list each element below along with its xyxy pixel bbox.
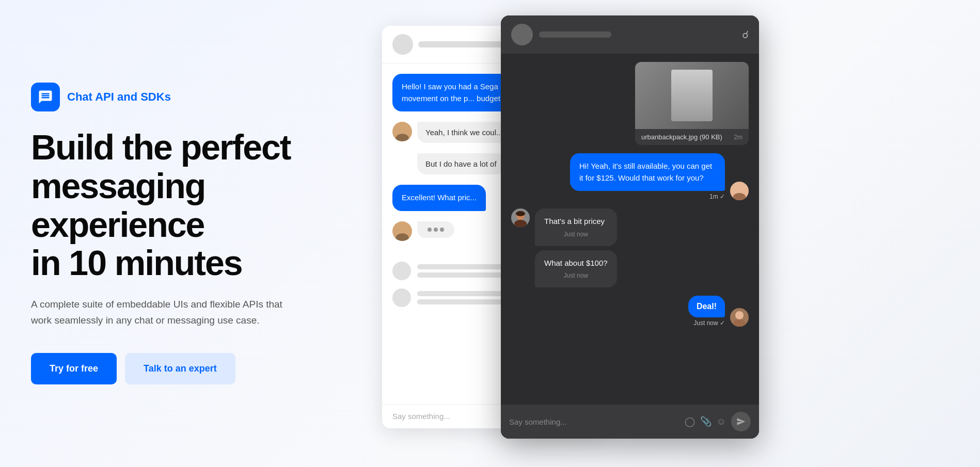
placeholder-circle-1 <box>392 262 411 280</box>
light-avatar-2 <box>392 221 412 241</box>
dark-input-bar[interactable]: Say something... ◯ 📎 ☺ <box>501 405 759 439</box>
send-icon <box>736 417 746 426</box>
dark-messages: urbanbackpack.jpg (90 KB) 2m Hi! Yeah, i… <box>501 54 759 415</box>
light-avatar-1 <box>392 122 412 141</box>
dark-left-bubbles: That's a bit pricey Just now What about … <box>535 208 617 287</box>
dark-avatar-sender <box>730 182 749 200</box>
dark-bubble-right-content: Hi! Yeah, it's still available, you can … <box>570 153 725 200</box>
dark-deal-time: Just now ✓ <box>688 319 725 327</box>
light-header-avatar <box>392 34 413 55</box>
light-message-2: Yeah, I think we coul... <box>417 122 511 143</box>
dark-message-time-right: 1m ✓ <box>570 193 725 200</box>
dark-attachment-meta: urbanbackpack.jpg (90 KB) 2m <box>635 129 749 145</box>
svg-point-4 <box>735 185 744 193</box>
dark-input-icons: ◯ 📎 ☺ <box>685 416 726 427</box>
emoji-icon[interactable]: ☺ <box>717 416 726 427</box>
dark-header-name-bar <box>539 31 611 38</box>
dark-deal-content: Deal! Just now ✓ <box>688 296 725 327</box>
dark-avatar-woman <box>511 208 530 227</box>
dark-header-avatar <box>511 24 533 45</box>
dot-3 <box>440 228 444 232</box>
cta-buttons: Try for free Talk to an expert <box>31 353 351 384</box>
dot-2 <box>434 228 438 232</box>
dark-bubble-deal: Deal! <box>688 296 725 317</box>
light-message-3: But I do have a lot of <box>417 153 505 174</box>
brand-icon <box>31 83 60 111</box>
svg-point-10 <box>733 319 746 327</box>
left-content: Chat API and SDKs Build the perfect mess… <box>31 83 351 384</box>
dark-bubble-blue: Hi! Yeah, it's still available, you can … <box>570 153 725 191</box>
chat-panel-dark: ☌ urbanbackpack.jpg (90 KB) 2m <box>501 15 759 439</box>
attachment-icon[interactable]: 📎 <box>700 416 712 427</box>
send-button[interactable] <box>731 412 751 431</box>
svg-point-3 <box>396 233 408 241</box>
dark-time-100: Just now <box>544 271 608 280</box>
dark-message-left-1: That's a bit pricey Just now What about … <box>511 208 749 287</box>
dark-search-icon[interactable]: ☌ <box>742 28 749 41</box>
hero-subtitle: A complete suite of embeddable UIs and f… <box>31 297 299 328</box>
hero-title: Build the perfect messaging experience i… <box>31 128 351 282</box>
typing-dots <box>428 228 444 232</box>
dark-header-name-area <box>539 31 736 38</box>
dark-bubble-100: What about $100? Just now <box>535 250 617 288</box>
dark-input-placeholder: Say something... <box>509 417 679 426</box>
dark-bubble-pricey: That's a bit pricey Just now <box>535 208 617 246</box>
chat-icon <box>38 89 53 105</box>
dark-time-pricey: Just now <box>544 230 608 239</box>
dark-attachment-img-inner <box>671 70 713 121</box>
dark-attachment-filename: urbanbackpack.jpg (90 KB) <box>641 133 722 141</box>
light-message-4: Excellent! What pric... <box>392 185 486 211</box>
brand-badge: Chat API and SDKs <box>31 83 351 111</box>
checkmark-icon: ✓ <box>720 193 725 200</box>
svg-point-7 <box>514 220 527 227</box>
right-content: Hello! I saw you had a Sega S... there a… <box>351 0 949 467</box>
dot-1 <box>428 228 432 232</box>
dark-attachment-time: 2m <box>734 134 742 141</box>
brand-label: Chat API and SDKs <box>67 90 171 104</box>
dark-attachment-image <box>635 62 749 129</box>
dark-message-deal: Deal! Just now ✓ <box>511 296 749 327</box>
light-input-placeholder: Say something... <box>392 412 450 421</box>
svg-point-5 <box>733 193 746 200</box>
deal-checkmark-icon: ✓ <box>720 319 725 327</box>
typing-indicator <box>417 221 454 238</box>
try-for-free-button[interactable]: Try for free <box>31 353 117 384</box>
dark-attachment: urbanbackpack.jpg (90 KB) 2m <box>635 62 749 145</box>
svg-point-8 <box>516 211 525 216</box>
location-icon[interactable]: ◯ <box>685 416 695 427</box>
svg-point-9 <box>735 311 744 319</box>
dark-attachment-wrapper: urbanbackpack.jpg (90 KB) 2m <box>511 62 749 145</box>
placeholder-circle-2 <box>392 288 411 307</box>
svg-point-2 <box>398 224 407 233</box>
svg-point-1 <box>396 134 408 141</box>
dark-message-right-1: Hi! Yeah, it's still available, you can … <box>511 153 749 200</box>
dark-panel-header: ☌ <box>501 15 759 54</box>
talk-to-expert-button[interactable]: Talk to an expert <box>125 353 235 384</box>
svg-point-0 <box>398 125 407 134</box>
dark-avatar-deal-sender <box>730 308 749 327</box>
